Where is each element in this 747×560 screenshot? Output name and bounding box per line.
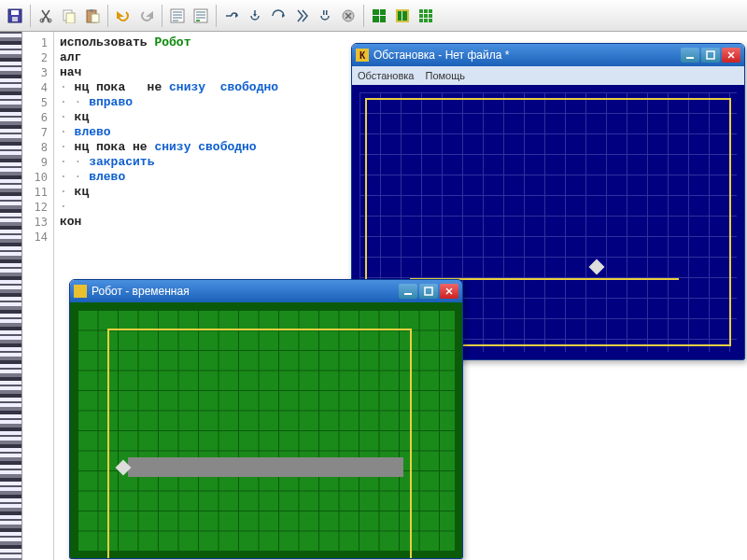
line-number: 14 [22, 230, 48, 245]
line-number: 1 [22, 35, 48, 50]
window-robot: Робот - временная [69, 279, 463, 559]
line-number: 7 [22, 125, 48, 140]
line-number: 11 [22, 185, 48, 200]
list2-icon[interactable] [190, 5, 212, 27]
svg-rect-14 [326, 10, 328, 15]
svg-rect-1 [11, 10, 19, 15]
svg-rect-13 [323, 10, 325, 15]
svg-rect-12 [196, 20, 200, 21]
line-number: 13 [22, 215, 48, 230]
paste-icon[interactable] [81, 5, 104, 27]
svg-rect-9 [92, 14, 99, 22]
svg-rect-18 [404, 293, 412, 295]
window-buttons [399, 284, 458, 299]
grid-dense-icon[interactable] [415, 5, 437, 27]
green-field[interactable] [70, 302, 462, 558]
menu-obstanovka[interactable]: Обстановка [358, 70, 414, 81]
close-button[interactable] [722, 48, 740, 63]
line-number: 2 [22, 50, 48, 65]
window-buttons [681, 48, 740, 63]
undo-icon[interactable] [112, 5, 134, 27]
step-icon[interactable] [220, 5, 243, 27]
separator [363, 5, 364, 27]
maximize-button[interactable] [701, 48, 720, 63]
minimize-button[interactable] [399, 284, 417, 299]
svg-rect-17 [707, 51, 714, 59]
window-title: Обстановка - Нет файла * [374, 49, 681, 62]
app-icon: К [356, 49, 369, 62]
line-number: 10 [22, 170, 48, 185]
window-title: Робот - временная [92, 285, 399, 298]
svg-rect-16 [686, 57, 694, 59]
svg-rect-19 [425, 287, 432, 295]
close-button[interactable] [440, 284, 458, 299]
separator [162, 5, 162, 27]
list-icon[interactable] [166, 5, 189, 27]
line-number: 6 [22, 110, 48, 125]
minimize-button[interactable] [681, 48, 699, 63]
redo-icon[interactable] [135, 5, 158, 27]
separator [107, 5, 108, 27]
menubar: Обстановка Помощь [352, 66, 744, 85]
line-number: 5 [22, 95, 48, 110]
save-icon[interactable] [4, 5, 26, 27]
spiral-binding [0, 32, 22, 560]
line-number: 12 [22, 200, 48, 215]
copy-icon[interactable] [58, 5, 80, 27]
svg-rect-8 [90, 9, 93, 12]
painted-cells [128, 457, 403, 477]
separator [216, 5, 217, 27]
svg-rect-2 [12, 17, 18, 21]
pause-icon[interactable] [314, 5, 336, 27]
menu-help[interactable]: Помощь [425, 70, 465, 81]
line-number: 9 [22, 155, 48, 170]
line-number: 8 [22, 140, 48, 155]
app-icon [74, 285, 87, 298]
line-number: 3 [22, 65, 48, 80]
field-border [107, 329, 412, 559]
svg-rect-6 [66, 13, 75, 23]
stop-icon[interactable] [337, 5, 359, 27]
line-number-gutter: 1234567891011121314 [22, 32, 54, 560]
separator [30, 5, 31, 27]
continue-icon[interactable] [267, 5, 289, 27]
line-number: 4 [22, 80, 48, 95]
cut-icon[interactable] [35, 5, 57, 27]
maximize-button[interactable] [419, 284, 438, 299]
step-into-icon[interactable] [244, 5, 266, 27]
layout-icon[interactable] [391, 5, 414, 27]
titlebar[interactable]: Робот - временная [70, 280, 462, 302]
titlebar[interactable]: К Обстановка - Нет файла * [352, 44, 744, 66]
main-toolbar [0, 0, 747, 32]
grid-icon[interactable] [368, 5, 390, 27]
run-icon[interactable] [290, 5, 313, 27]
